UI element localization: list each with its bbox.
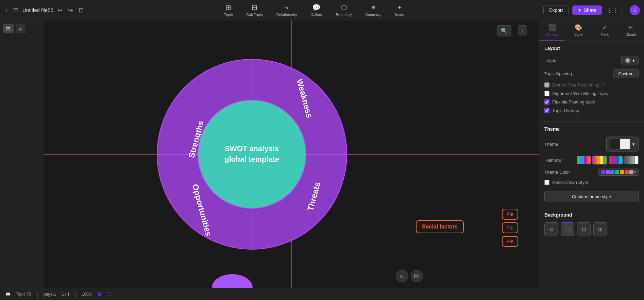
mark-tab-label: Mark [600,32,609,36]
relationship-label: Relationship [276,13,297,17]
swatch-group-1[interactable] [577,156,591,164]
opportunities-label: Opportunities [190,183,213,237]
swot-center-text: SWOT analysis global template [224,144,279,165]
toolbar-right: Export ✦ Share ⋮⋮⋮ U [543,5,640,15]
canvas-tab-label: Canvas [546,32,558,36]
theme-color-row: Theme Color ▾ [544,169,639,176]
theme-dropdown[interactable]: ▾ [606,137,639,152]
summary-label: Summary [366,13,382,17]
book-icon: 📖 [5,292,11,297]
swatch-cyan [619,156,623,164]
toolbar-subtopic[interactable]: ⊟ Sub Topic [244,2,266,18]
export-button[interactable]: Export [543,5,569,15]
publish-button[interactable]: ⊡ [77,5,85,15]
tab-mark[interactable]: ✓ Mark [592,20,618,41]
mark-tab-icon: ✓ [602,24,607,31]
swatch-group-3[interactable] [609,156,623,164]
toolbar-relationship[interactable]: ⤷ Relationship [274,2,300,18]
top-toolbar: ‹ ☰ Untitled file55 ↩ ↪ ⊡ ⊞ Topic ⊟ Sub … [0,0,644,20]
bg-icon-4[interactable]: ⊞ [593,222,607,236]
tab-clipart[interactable]: ✂ Clipart [618,20,644,41]
topic-overlap-label: Topic Overlap [552,108,579,113]
expand-status-btn[interactable]: ⛶ [106,292,111,297]
bg-icon-3[interactable]: ⊡ [577,222,591,236]
swot-inner-circle: SWOT analysis global template [198,100,306,209]
color-dot-1 [601,170,605,174]
grid-button[interactable]: ⋮⋮⋮ [605,5,626,15]
toolbar-boundary[interactable]: ⬡ Boundary [333,2,354,18]
toolbar-callout[interactable]: 💬 Callout [308,2,325,18]
threats-label: Threats [306,181,322,212]
clipart-tab-label: Clipart [625,32,636,36]
swatch-green2 [603,156,607,164]
color-dot-7 [629,170,633,174]
swatch-amber [596,156,600,164]
theme-label: Theme [544,142,558,147]
main-area: ⊟ ≡ Strengths Weakness Opportunities Thr… [0,20,644,288]
theme-preview [610,139,630,149]
toolbar-summary[interactable]: ≡ Summary [363,2,384,18]
flexible-checkbox[interactable] [544,99,549,105]
chevron-down-icon: ▾ [632,58,635,63]
panel-toggle-btn[interactable]: › [518,25,527,35]
back-button[interactable]: ‹ [4,5,9,15]
color-chevron-icon: ▾ [634,170,636,174]
color-dot-6 [625,170,629,174]
right-panel-tabs: ⬛ Canvas 🎨 Style ✓ Mark ✂ Clipart [539,20,644,41]
canvas-tool-2[interactable]: Fn [411,270,423,282]
theme-color-picker[interactable]: ▾ [598,169,639,176]
hand-drawn-row: Hand-Drawn Style [544,180,639,185]
topic-spacing-custom-btn[interactable]: Custom [613,69,639,78]
canvas-tool-1[interactable]: ⊙ [396,270,408,282]
background-section-title: Background [544,212,639,218]
hand-drawn-checkbox[interactable] [544,180,549,185]
tab-style[interactable]: 🎨 Style [565,20,591,41]
custom-theme-style-btn[interactable]: Custom theme style [544,191,639,202]
ple-box-3[interactable]: Ple [502,236,518,247]
redo-button[interactable]: ↪ [67,5,74,15]
topic-overlap-checkbox[interactable] [544,108,549,113]
alignment-checkbox[interactable] [544,91,549,96]
toolbar-insert[interactable]: + Insert [392,2,407,18]
social-factors-box[interactable]: Social factors [416,220,464,233]
undo-button[interactable]: ↩ [56,5,64,15]
toolbar-center: ⊞ Topic ⊟ Sub Topic ⤷ Relationship 💬 Cal… [221,2,407,18]
subtopic-icon: ⊟ [252,3,257,12]
ple-box-1[interactable]: Ple [502,209,518,220]
list-view-btn[interactable]: ≡ [16,24,25,33]
share-button[interactable]: ✦ Share [572,5,602,15]
bottom-bubble [212,274,253,288]
bg-icon-2[interactable]: ⬛ [561,222,574,236]
hand-drawn-label: Hand-Drawn Style [552,180,588,185]
brand-logo: M [98,292,101,297]
menu-button[interactable]: ☰ [12,5,20,15]
swatch-group-4[interactable] [624,156,639,164]
theme-prop-row: Theme ▾ [544,137,639,152]
ple-box-2[interactable]: Ple [502,222,518,233]
swatch-group-2[interactable] [592,156,607,164]
swot-diagram[interactable]: Strengths Weakness Opportunities Threats… [157,59,347,250]
rainbow-row: Rainbow [544,156,639,164]
boundary-label: Boundary [336,13,352,17]
tab-canvas[interactable]: ⬛ Canvas [539,20,565,41]
swot-line1: SWOT analysis [224,144,279,154]
callout-label: Callout [310,13,322,17]
rainbow-swatches [577,156,639,164]
swatch-gray [628,156,631,164]
zoom-level: 100% [82,292,92,297]
background-section: Background ⊘ ⬛ ⊡ ⊞ [539,207,644,241]
toolbar-topic[interactable]: ⊞ Topic [221,2,236,18]
color-dot-2 [606,170,610,174]
branch-free-checkbox[interactable] [544,82,549,88]
grid-view-btn[interactable]: ⊟ [3,24,14,33]
canvas-search-btn[interactable]: 🔍 [497,25,511,36]
insert-icon: + [398,4,402,12]
swatch-purple2 [612,156,616,164]
layout-prop-row: Layout 🔘 ▾ [544,56,639,65]
layout-dropdown[interactable]: 🔘 ▾ [621,56,639,65]
canvas-area[interactable]: Strengths Weakness Opportunities Threats… [44,20,539,288]
branch-free-help-icon[interactable]: ? [602,83,605,88]
bg-icon-1[interactable]: ⊘ [544,222,558,236]
canvas-tab-icon: ⬛ [548,24,556,31]
theme-chevron-icon: ▾ [632,142,635,147]
